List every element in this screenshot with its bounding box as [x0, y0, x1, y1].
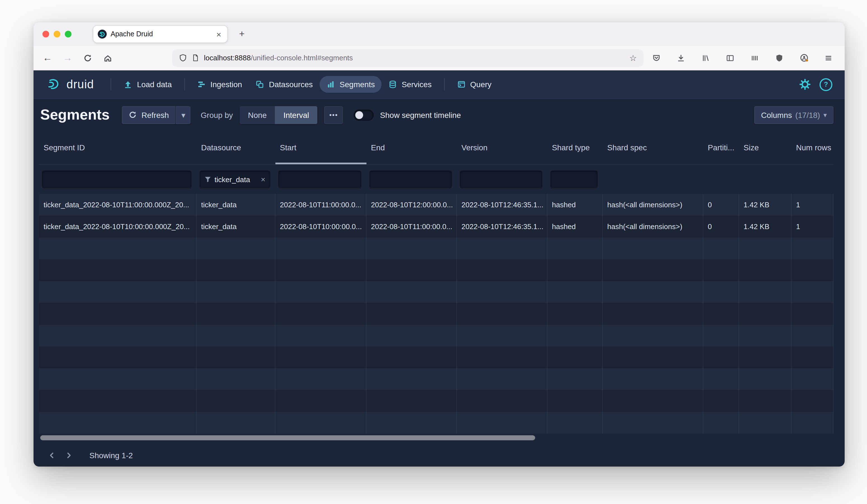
url-bar[interactable]: localhost:8888/unified-console.html#segm…	[172, 49, 644, 67]
previous-page-button[interactable]	[45, 448, 59, 463]
column-header-segment-id[interactable]: Segment ID	[39, 131, 197, 164]
filter-input-datasource[interactable]: ticker_data ×	[200, 171, 270, 188]
nav-query-label: Query	[470, 80, 491, 89]
filter-input-start[interactable]	[279, 171, 361, 188]
refresh-dropdown-button[interactable]: ▾	[176, 106, 191, 124]
filter-clear-icon[interactable]: ×	[261, 175, 265, 184]
tracking-shield-icon[interactable]	[179, 54, 187, 62]
help-button[interactable]: ?	[820, 78, 832, 91]
empty-cell	[603, 346, 703, 368]
columns-count: (17/18)	[795, 110, 820, 119]
nav-load-data[interactable]: Load data	[117, 76, 179, 93]
empty-cell	[275, 237, 366, 259]
table-empty-row	[39, 368, 834, 390]
table-row[interactable]: ticker_data_2022-08-10T10:00:00.000Z_20.…	[39, 216, 834, 237]
empty-cell	[366, 346, 457, 368]
scrollbar-thumb[interactable]	[40, 435, 535, 440]
column-header-partition[interactable]: Partiti...	[703, 131, 739, 164]
nav-separator	[444, 78, 445, 90]
home-button[interactable]	[99, 50, 116, 66]
next-page-button[interactable]	[62, 448, 76, 463]
new-tab-button[interactable]: +	[235, 27, 249, 41]
browser-tab[interactable]: Apache Druid ×	[93, 25, 228, 43]
back-button[interactable]: ←	[39, 50, 56, 66]
empty-cell	[366, 325, 457, 346]
forward-button[interactable]: →	[59, 50, 76, 66]
empty-cell	[703, 237, 739, 259]
library-button[interactable]	[697, 50, 714, 66]
forward-icon: →	[63, 53, 72, 63]
table-empty-row	[39, 390, 834, 412]
druid-brand[interactable]: druid	[46, 77, 94, 92]
filter-row: ticker_data ×	[39, 165, 834, 194]
segments-icon	[326, 80, 335, 89]
tab-close-icon[interactable]: ×	[215, 29, 223, 39]
account-icon	[799, 53, 809, 63]
empty-cell	[547, 237, 603, 259]
group-by-none-button[interactable]: None	[240, 106, 275, 124]
table-header-row: Segment ID Datasource Start End Version …	[39, 131, 834, 165]
group-by-label: Group by	[201, 110, 233, 119]
account-button[interactable]	[795, 50, 812, 66]
table-empty-row	[39, 303, 834, 325]
empty-cell	[197, 303, 275, 325]
column-header-datasource[interactable]: Datasource	[197, 131, 275, 164]
menu-button[interactable]	[820, 50, 837, 66]
bookmark-star-icon[interactable]: ☆	[629, 53, 637, 63]
empty-cell	[603, 259, 703, 281]
column-header-version[interactable]: Version	[457, 131, 547, 164]
settings-gear-icon[interactable]	[800, 79, 811, 90]
empty-cell	[457, 346, 547, 368]
columns-button[interactable]: Columns (17/18) ▾	[754, 106, 834, 124]
pocket-button[interactable]	[648, 50, 665, 66]
cell-version: 2022-08-10T12:46:35.1...	[457, 216, 547, 237]
filter-input-shard-type[interactable]	[551, 171, 597, 188]
table-row[interactable]: ticker_data_2022-08-10T11:00:00.000Z_20.…	[39, 194, 834, 216]
column-header-start[interactable]: Start	[275, 131, 366, 164]
minimize-window-button[interactable]	[54, 31, 60, 37]
empty-cell	[197, 237, 275, 259]
filter-input-segment-id[interactable]	[42, 171, 191, 188]
nav-separator	[184, 78, 185, 90]
nav-query[interactable]: Query	[450, 76, 498, 93]
hamburger-menu-icon	[824, 53, 833, 62]
zoom-window-button[interactable]	[65, 31, 72, 37]
ingestion-icon	[197, 80, 206, 89]
empty-cell	[275, 325, 366, 346]
reload-button[interactable]	[79, 50, 96, 66]
sidebar-button[interactable]	[722, 50, 739, 66]
empty-cell	[739, 368, 792, 390]
nav-ingestion[interactable]: Ingestion	[190, 76, 249, 93]
nav-segments[interactable]: Segments	[320, 76, 382, 93]
more-icon: •••	[329, 111, 338, 119]
column-header-num-rows[interactable]: Num rows	[792, 131, 834, 164]
nav-separator	[110, 78, 111, 90]
column-header-start-label: Start	[280, 143, 296, 152]
column-header-shard-type[interactable]: Shard type	[547, 131, 603, 164]
filter-input-version[interactable]	[460, 171, 542, 188]
page-info-icon[interactable]	[192, 54, 200, 62]
downloads-button[interactable]	[673, 50, 689, 66]
empty-cell	[39, 259, 197, 281]
column-header-end[interactable]: End	[366, 131, 457, 164]
nav-services[interactable]: Services	[382, 76, 438, 93]
privacy-shield-button[interactable]	[771, 50, 788, 66]
more-options-button[interactable]: •••	[324, 106, 343, 124]
segments-table: Segment ID Datasource Start End Version …	[39, 131, 834, 433]
home-icon	[103, 53, 112, 62]
close-window-button[interactable]	[42, 31, 49, 37]
empty-cell	[792, 281, 834, 303]
segment-timeline-toggle[interactable]	[354, 110, 373, 120]
group-by-interval-button[interactable]: Interval	[275, 106, 318, 124]
empty-cell	[792, 390, 834, 412]
empty-cell	[39, 412, 197, 433]
refresh-button[interactable]: Refresh	[122, 106, 176, 124]
column-header-shard-spec[interactable]: Shard spec	[603, 131, 703, 164]
extensions-button[interactable]	[746, 50, 763, 66]
nav-datasources[interactable]: Datasources	[249, 76, 320, 93]
url-text: localhost:8888/unified-console.html#segm…	[204, 54, 353, 62]
column-header-size[interactable]: Size	[739, 131, 792, 164]
filter-input-end[interactable]	[370, 171, 451, 188]
cell-end: 2022-08-10T12:00:00.0...	[366, 194, 457, 216]
cell-start: 2022-08-10T11:00:00.0...	[275, 194, 366, 216]
